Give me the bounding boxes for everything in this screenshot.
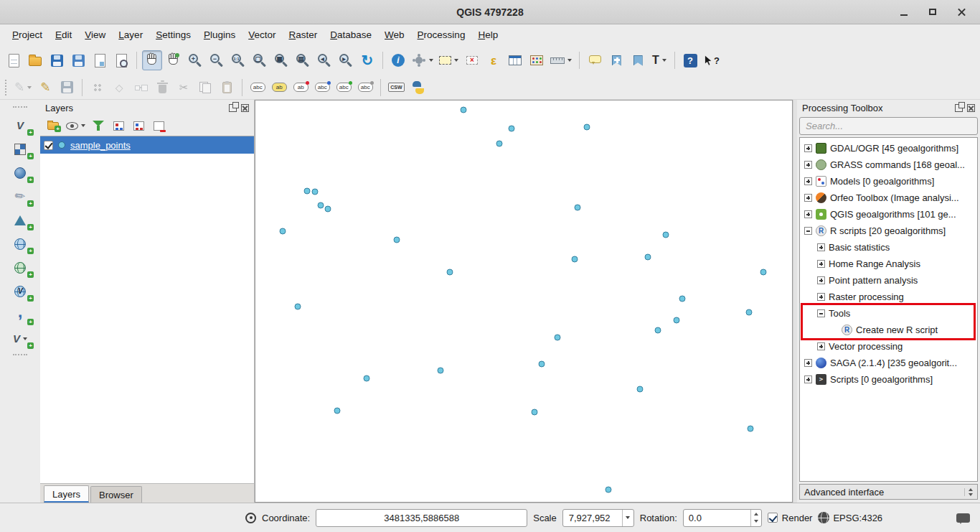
- label-move-button[interactable]: abc: [334, 78, 354, 97]
- rotation-spinner[interactable]: [683, 509, 762, 527]
- pan-to-selection-button[interactable]: [164, 50, 184, 70]
- crs-status[interactable]: EPSG:4326: [818, 512, 882, 523]
- add-feature-button[interactable]: [88, 78, 108, 97]
- menu-database[interactable]: Database: [324, 27, 378, 43]
- identify-features-button[interactable]: i: [388, 50, 408, 70]
- save-project-button[interactable]: [47, 50, 67, 70]
- help-button[interactable]: ?: [680, 50, 700, 70]
- label-options-button[interactable]: abc: [248, 78, 268, 97]
- close-panel-button[interactable]: [241, 104, 249, 112]
- new-shapefile-layer-button[interactable]: V+: [6, 328, 34, 349]
- label-layer-button[interactable]: ab: [269, 78, 289, 97]
- coordinate-input[interactable]: [316, 509, 527, 527]
- add-delimited-text-button[interactable]: ,+: [6, 304, 34, 325]
- deselect-features-button[interactable]: ×: [462, 50, 482, 70]
- rotation-input[interactable]: [684, 512, 741, 524]
- expand-icon[interactable]: [817, 260, 825, 268]
- pan-map-button[interactable]: [142, 50, 162, 70]
- add-spatialite-layer-button[interactable]: ✎+: [6, 186, 34, 207]
- render-toggle[interactable]: Render: [768, 513, 813, 523]
- menu-raster[interactable]: Raster: [283, 27, 324, 43]
- tree-item-raster-processing[interactable]: Raster processing: [800, 289, 977, 305]
- menu-view[interactable]: View: [78, 27, 112, 43]
- dropdown-caret-icon[interactable]: [429, 59, 433, 62]
- dropdown-caret-icon[interactable]: [454, 59, 458, 62]
- add-wfs-layer-button[interactable]: V+: [6, 281, 34, 302]
- expand-icon[interactable]: [804, 161, 812, 169]
- tree-item-orfeo-toolbox-image-analysi[interactable]: Orfeo Toolbox (Image analysi...: [800, 190, 977, 206]
- add-raster-layer-button[interactable]: +: [6, 139, 34, 159]
- show-bookmarks-button[interactable]: [628, 50, 648, 70]
- map-canvas[interactable]: [255, 101, 792, 502]
- scale-combo[interactable]: 7,927,952: [562, 509, 634, 527]
- new-composer-button[interactable]: [90, 50, 110, 70]
- tree-item-basic-statistics[interactable]: Basic statistics: [800, 239, 977, 256]
- zoom-to-selection-button[interactable]: ▦: [271, 50, 291, 70]
- tree-item-home-range-analysis[interactable]: Home Range Analysis: [800, 256, 977, 272]
- tree-item-r-scripts-20-geoalgorithms[interactable]: RR scripts [20 geoalgorithms]: [800, 223, 977, 239]
- zoom-in-button[interactable]: +: [185, 50, 205, 70]
- expand-icon[interactable]: [817, 293, 825, 301]
- tree-item-vector-processing[interactable]: Vector processing: [800, 338, 977, 355]
- menu-web[interactable]: Web: [378, 27, 411, 43]
- maximize-button[interactable]: [924, 6, 941, 19]
- menu-edit[interactable]: Edit: [49, 27, 78, 43]
- label-highlight-button[interactable]: abc: [312, 78, 332, 97]
- messages-button[interactable]: [956, 513, 970, 523]
- select-features-button[interactable]: [437, 50, 461, 70]
- paste-features-button[interactable]: [217, 78, 237, 97]
- metasearch-button[interactable]: CSW: [386, 78, 406, 97]
- feature-actions-button[interactable]: [410, 50, 435, 70]
- expand-icon[interactable]: [804, 144, 812, 152]
- float-panel-button[interactable]: [229, 104, 237, 112]
- zoom-next-button[interactable]: ▸: [336, 50, 356, 70]
- spinner-arrows-icon[interactable]: [750, 510, 761, 526]
- current-edits-button[interactable]: ✎: [12, 78, 34, 97]
- render-checkbox[interactable]: [768, 513, 778, 523]
- collapse-icon[interactable]: [817, 309, 825, 317]
- zoom-to-layer-button[interactable]: ▤: [293, 50, 313, 70]
- tree-item-qgis-geoalgorithms-101-ge[interactable]: QGIS geoalgorithms [101 ge...: [800, 206, 977, 223]
- label-rotate-button[interactable]: abc: [355, 78, 375, 97]
- tree-item-models-0-geoalgorithms[interactable]: Models [0 geoalgorithms]: [800, 173, 977, 190]
- toggle-editing-button[interactable]: ✎: [35, 78, 55, 97]
- manage-visibility-button[interactable]: [66, 118, 85, 133]
- select-by-expression-button[interactable]: ε: [484, 50, 504, 70]
- tree-item-gdal-ogr-45-geoalgorithms[interactable]: GDAL/OGR [45 geoalgorithms]: [800, 140, 977, 157]
- layer-visibility-checkbox[interactable]: [44, 141, 53, 150]
- mouse-position-toggle-icon[interactable]: [245, 513, 256, 523]
- map-tips-button[interactable]: [585, 50, 605, 70]
- add-group-button[interactable]: [46, 118, 60, 133]
- close-panel-button[interactable]: [967, 104, 975, 112]
- open-attribute-table-button[interactable]: [505, 50, 525, 70]
- interface-mode-select[interactable]: Advanced interface: [799, 484, 978, 500]
- tree-item-saga-2-1-4-235-geoalgorit[interactable]: SAGA (2.1.4) [235 geoalgorit...: [800, 355, 977, 371]
- collapse-icon[interactable]: [804, 227, 812, 235]
- menu-help[interactable]: Help: [471, 27, 504, 43]
- new-bookmark-button[interactable]: [606, 50, 626, 70]
- measure-button[interactable]: [548, 50, 574, 70]
- python-console-button[interactable]: [408, 78, 428, 97]
- menu-settings[interactable]: Settings: [149, 27, 197, 43]
- tree-item-point-pattern-analysis[interactable]: Point pattern analysis: [800, 272, 977, 289]
- search-input[interactable]: [804, 120, 973, 132]
- menu-layer[interactable]: Layer: [112, 27, 149, 43]
- new-project-button[interactable]: [4, 50, 24, 70]
- save-project-as-button[interactable]: [68, 50, 88, 70]
- composer-manager-button[interactable]: [111, 50, 131, 70]
- add-postgis-layer-button[interactable]: +: [6, 162, 34, 183]
- filter-legend-button[interactable]: [91, 118, 105, 133]
- whats-this-button[interactable]: ?: [702, 50, 722, 70]
- chevron-down-icon[interactable]: [964, 488, 973, 496]
- node-tool-button[interactable]: [131, 78, 151, 97]
- zoom-full-button[interactable]: ▢: [250, 50, 270, 70]
- expand-icon[interactable]: [804, 177, 812, 185]
- dropdown-caret-icon[interactable]: [567, 59, 572, 62]
- minimize-button[interactable]: [895, 6, 913, 19]
- expand-icon[interactable]: [804, 359, 812, 367]
- open-project-button[interactable]: [25, 50, 45, 70]
- menu-processing[interactable]: Processing: [411, 27, 472, 43]
- dropdown-caret-icon[interactable]: [27, 86, 32, 89]
- zoom-native-button[interactable]: 1:1: [228, 50, 248, 70]
- chevron-down-icon[interactable]: [622, 510, 633, 526]
